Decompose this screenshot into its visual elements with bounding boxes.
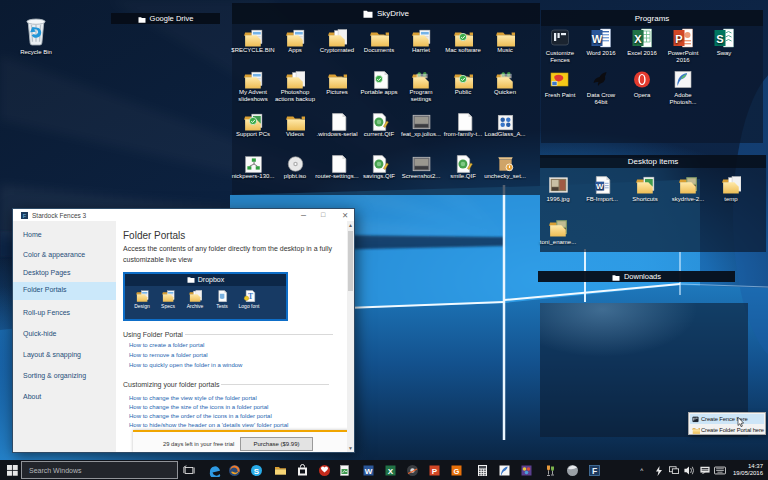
svg-text:P: P xyxy=(432,467,438,476)
svg-text:G: G xyxy=(454,467,460,476)
svg-text:W: W xyxy=(365,467,373,476)
svg-text:X: X xyxy=(388,467,394,476)
svg-text:F: F xyxy=(23,213,27,219)
svg-text:F: F xyxy=(592,466,597,476)
svg-text:S: S xyxy=(254,467,260,476)
